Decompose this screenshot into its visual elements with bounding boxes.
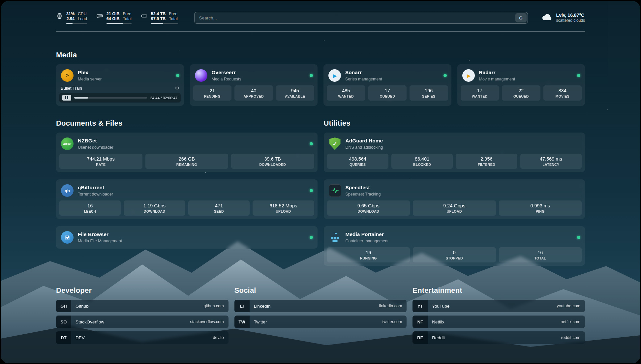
media-heading: Media (56, 51, 585, 59)
status-dot (443, 74, 447, 77)
portainer-card: Media Portainer Container management 16R… (324, 226, 585, 266)
disk-icon (141, 13, 148, 19)
cloud-icon (541, 11, 553, 24)
playback-progress-bar (74, 97, 147, 99)
linkedin-abbr: LI (234, 300, 250, 312)
documents-heading: Documents & Files (56, 119, 318, 128)
qbittorrent-card: qb qBittorrent Torrent downloader 16LEEC… (56, 179, 318, 219)
service-name: Radarr (479, 70, 515, 76)
bookmark-url: twitter.com (382, 319, 407, 324)
memory-free-label: Free (123, 12, 131, 17)
cpu-load-label: Load (78, 16, 87, 22)
service-name: Sonarr (345, 70, 382, 76)
bookmark-twitter[interactable]: TW Twitter twitter.com (234, 316, 407, 328)
pause-button[interactable] (62, 95, 71, 101)
radarr-link[interactable]: ▶ Radarr Movie management (461, 68, 582, 85)
disk-free-value: 52.4 TB (151, 12, 166, 17)
status-dot (310, 74, 313, 77)
github-abbr: GH (56, 300, 71, 312)
speedtest-icon (328, 184, 342, 197)
overseerr-card: Overseerr Media Requests 21PENDING 40APP… (190, 64, 318, 106)
bookmark-name: LinkedIn (250, 304, 379, 309)
memory-total-label: Total (123, 16, 131, 22)
stat-movies: 834MOVIES (543, 85, 582, 101)
stat-stopped: 0STOPPED (413, 247, 496, 262)
stat-pending: 21PENDING (193, 85, 232, 101)
bookmark-linkedin[interactable]: LI LinkedIn linkedin.com (234, 300, 407, 312)
playback-time: 24:44 / 02:06:47 (150, 96, 177, 100)
bookmark-name: StackOverflow (71, 319, 190, 324)
stat-ping: 0.993 msPING (499, 200, 582, 216)
bookmark-netflix[interactable]: NF Netflix netflix.com (412, 316, 585, 328)
utilities-heading: Utilities (324, 119, 585, 128)
stat-downloaded: 39.6 TBDOWNLOADED (231, 154, 314, 169)
portainer-stats: 16RUNNING 0STOPPED 16TOTAL (327, 247, 582, 262)
status-dot (310, 236, 313, 239)
gear-icon[interactable]: ⚙ (175, 85, 179, 91)
stat-rate: 744.21 MbpsRATE (59, 154, 142, 169)
qbittorrent-link[interactable]: qb qBittorrent Torrent downloader (59, 183, 314, 200)
cpu-progress-bar (66, 23, 87, 24)
filebrowser-link[interactable]: File Browser Media File Management (59, 229, 314, 245)
overseerr-stats: 21PENDING 40APPROVED 945AVAILABLE (193, 85, 315, 101)
filebrowser-card: File Browser Media File Management (56, 226, 318, 249)
bookmark-github[interactable]: GH Github github.com (56, 300, 229, 312)
radarr-stats: 17WANTED 22QUEUED 834MOVIES (461, 85, 582, 101)
snow-specks (1, 1, 1, 1)
sonarr-card: ▶ Sonarr Series management 485WANTED (323, 64, 451, 106)
search-provider-button[interactable]: G (515, 13, 527, 22)
adguard-icon: ✓ (328, 137, 342, 150)
service-desc: Speedtest Tracking (346, 192, 381, 197)
service-name: Media Portainer (346, 231, 389, 238)
memory-icon (96, 13, 103, 19)
speedtest-stats: 9.65 GbpsDOWNLOAD 9.24 GbpsUPLOAD 0.993 … (327, 200, 582, 216)
service-name: qBittorrent (78, 185, 113, 191)
bookmark-name: Github (71, 304, 204, 309)
sonarr-link[interactable]: ▶ Sonarr Series management (327, 68, 448, 85)
adguard-stats: 498,564QUERIES 86,401BLOCKED 2,956FILTER… (327, 154, 582, 169)
plex-link[interactable]: > Plex Media server (59, 68, 181, 85)
service-name: File Browser (78, 231, 122, 238)
section-media: Media > Plex Media server Bullet Train (56, 51, 585, 106)
bookmark-stackoverflow[interactable]: SO StackOverflow stackoverflow.com (56, 316, 229, 328)
header-divider (56, 31, 585, 32)
service-name: NZBGet (78, 138, 113, 144)
twitter-abbr: TW (234, 316, 250, 328)
service-desc: Torrent downloader (78, 192, 113, 197)
resource-widgets: 31% 2.94 CPU Load (56, 12, 178, 24)
speedtest-link[interactable]: Speedtest Speedtest Tracking (327, 183, 582, 200)
bookmark-url: reddit.com (561, 335, 585, 340)
bookmark-name: Netflix (428, 319, 561, 324)
bookmark-url: dev.to (213, 335, 229, 340)
stat-remaining: 266 GBREMAINING (145, 154, 229, 169)
bookmark-youtube[interactable]: YT YouTube youtube.com (412, 300, 585, 312)
overseerr-link[interactable]: Overseerr Media Requests (193, 68, 315, 85)
service-desc: Media File Management (78, 239, 122, 243)
qbittorrent-icon: qb (61, 184, 74, 197)
status-dot (176, 74, 179, 77)
portainer-link[interactable]: Media Portainer Container management (327, 229, 582, 247)
weather-widget: Lviv, 16.87°C scattered clouds (541, 11, 585, 24)
bookmark-dev[interactable]: DT DEV dev.to (56, 331, 229, 344)
bookmark-url: stackoverflow.com (190, 319, 229, 324)
developer-heading: Developer (56, 286, 229, 295)
stat-blocked: 86,401BLOCKED (391, 154, 453, 169)
bookmark-name: Reddit (428, 335, 561, 340)
search-input[interactable] (194, 12, 528, 24)
adguard-card: ✓ AdGuard Home DNS and adblocking 498,56… (324, 133, 585, 172)
bookmark-url: github.com (204, 304, 229, 308)
status-dot (310, 189, 313, 192)
disk-total-label: Total (169, 16, 177, 22)
disk-free-label: Free (169, 12, 177, 17)
cpu-load-value: 2.94 (66, 16, 75, 22)
stat-upload: 9.24 GbpsUPLOAD (413, 200, 496, 216)
entertainment-heading: Entertainment (412, 286, 585, 295)
stat-queries: 498,564QUERIES (327, 154, 388, 169)
stat-queued: 17QUEUED (368, 85, 407, 101)
adguard-link[interactable]: ✓ AdGuard Home DNS and adblocking (327, 136, 582, 154)
bookmark-reddit[interactable]: RE Reddit reddit.com (412, 331, 585, 344)
status-dot (310, 142, 313, 145)
stackoverflow-abbr: SO (56, 316, 71, 328)
bookmark-name: DEV (71, 335, 213, 340)
nzbget-link[interactable]: nzbget NZBGet Usenet downloader (59, 136, 314, 154)
